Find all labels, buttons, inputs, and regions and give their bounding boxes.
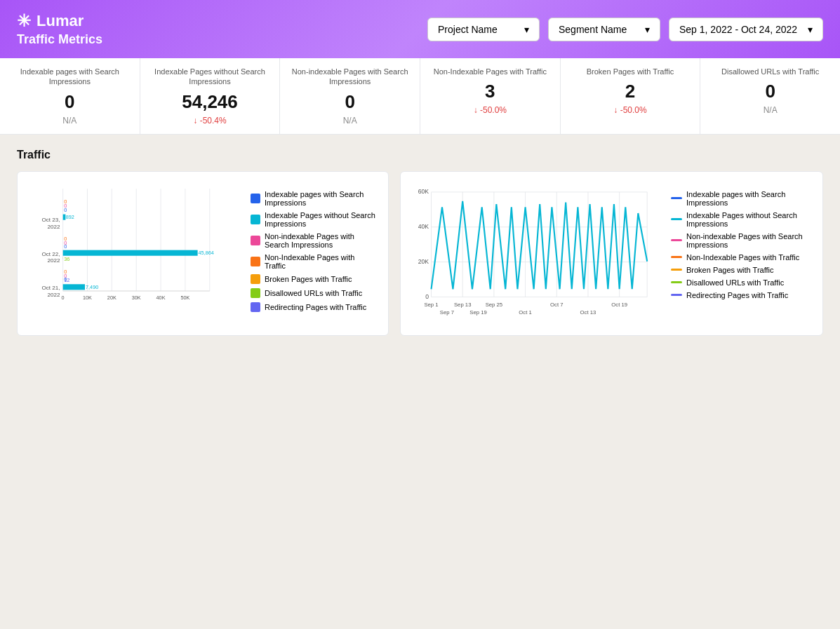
svg-text:2022: 2022 [48, 292, 61, 298]
metric-card-1: Indexable Pages without Search Impressio… [140, 58, 281, 134]
svg-text:10K: 10K [83, 295, 92, 301]
traffic-section: Traffic Oct 23, 2 [0, 135, 840, 351]
header: ✳ Lumar Traffic Metrics Project Name ▾ S… [0, 0, 840, 58]
line-legend-color-indexable-no-search [671, 218, 682, 220]
line-legend-indexable-no-search: Indexable Pages without Search Impressio… [671, 211, 811, 228]
legend-item-disallowed-traffic: Disallowed URLs with Traffic [251, 288, 377, 298]
metric-card-3: Non-Indexable Pages with Traffic 3 ↓ -50… [420, 58, 561, 134]
metric-label-3: Non-Indexable Pages with Traffic [432, 67, 549, 76]
legend-item-redirecting-traffic: Redirecting Pages with Traffic [251, 302, 377, 312]
legend-item-indexable-no-search: Indexable Pages without Search Impressio… [251, 211, 377, 228]
segment-dropdown[interactable]: Segment Name ▾ [548, 18, 660, 41]
metric-value-4: 2 [572, 81, 689, 102]
line-legend-color-indexable-search [671, 197, 682, 199]
svg-text:Oct 23,: Oct 23, [41, 217, 60, 223]
svg-text:20K: 20K [418, 258, 429, 265]
svg-text:50K: 50K [180, 295, 189, 301]
metric-label-1: Indexable Pages without Search Impressio… [152, 67, 269, 87]
svg-text:0: 0 [62, 295, 65, 301]
metric-label-2: Non-indexable Pages with Search Impressi… [291, 67, 408, 87]
metric-change-2: N/A [291, 116, 408, 126]
svg-text:2022: 2022 [48, 257, 61, 264]
metric-label-4: Broken Pages with Traffic [572, 67, 689, 76]
line-legend-redirecting-traffic: Redirecting Pages with Traffic [671, 291, 811, 299]
svg-text:0: 0 [64, 198, 67, 205]
legend-color-indexable-no-search [251, 215, 260, 224]
svg-text:45,864: 45,864 [199, 250, 214, 256]
svg-text:Oct 1: Oct 1 [519, 309, 531, 316]
line-legend-color-broken-traffic [671, 269, 682, 271]
svg-text:7,490: 7,490 [86, 283, 98, 290]
legend-color-nonindexable-traffic [251, 257, 260, 266]
svg-rect-26 [63, 284, 85, 290]
metric-card-0: Indexable pages with Search Impressions … [0, 58, 140, 134]
svg-text:Sep 1: Sep 1 [424, 302, 438, 308]
line-chart-legend: Indexable pages with Search Impressions … [671, 183, 811, 325]
metric-value-5: 0 [712, 81, 829, 102]
svg-rect-20 [63, 214, 66, 219]
svg-text:0: 0 [64, 268, 67, 274]
svg-text:Oct 22,: Oct 22, [41, 250, 60, 257]
metric-change-3: ↓ -50.0% [432, 105, 549, 115]
line-legend-color-nonindexable-search [671, 239, 682, 241]
line-legend-nonindexable-traffic: Non-Indexable Pages with Traffic [671, 253, 811, 262]
svg-text:Sep 25: Sep 25 [486, 302, 502, 308]
svg-text:Sep 19: Sep 19 [469, 309, 486, 316]
metric-card-5: Disallowed URLs with Traffic 0 N/A [700, 58, 840, 134]
svg-text:Sep 13: Sep 13 [454, 302, 471, 308]
metric-value-3: 3 [432, 81, 549, 102]
charts-row: Oct 23, 2022 Oct 22, 2022 Oct 21, 2022 0… [17, 171, 823, 337]
line-chart-container: 60K 40K 20K 0 [400, 171, 823, 337]
metric-change-1: ↓ -50.4% [152, 116, 269, 126]
logo-text: Lumar [36, 12, 84, 30]
chevron-down-icon: ▾ [808, 24, 813, 35]
line-legend-disallowed-traffic: Disallowed URLs with Traffic [671, 278, 811, 287]
metrics-row: Indexable pages with Search Impressions … [0, 58, 840, 135]
svg-text:40K: 40K [418, 223, 429, 230]
svg-text:0: 0 [64, 235, 67, 241]
svg-text:40K: 40K [156, 295, 166, 301]
logo-star-icon: ✳ [17, 11, 31, 31]
svg-text:Oct 13: Oct 13 [580, 309, 596, 316]
svg-text:60K: 60K [418, 188, 429, 195]
legend-color-disallowed-traffic [251, 288, 260, 298]
bar-chart-svg: Oct 23, 2022 Oct 22, 2022 Oct 21, 2022 0… [29, 183, 245, 313]
legend-item-nonindexable-traffic: Non-Indexable Pages with Traffic [251, 253, 377, 270]
metric-change-0: N/A [11, 116, 128, 126]
chevron-down-icon: ▾ [524, 24, 529, 35]
svg-text:Oct 19: Oct 19 [611, 302, 627, 308]
logo: ✳ Lumar [17, 11, 102, 31]
metric-value-0: 0 [11, 91, 128, 113]
legend-color-nonindexable-search [251, 236, 260, 245]
line-legend-indexable-search: Indexable pages with Search Impressions [671, 190, 811, 207]
legend-item-broken-traffic: Broken Pages with Traffic [251, 274, 377, 284]
metric-value-1: 54,246 [152, 91, 269, 113]
metric-card-4: Broken Pages with Traffic 2 ↓ -50.0% [561, 58, 701, 134]
metric-label-0: Indexable pages with Search Impressions [11, 67, 128, 87]
project-dropdown[interactable]: Project Name ▾ [427, 18, 540, 41]
line-legend-color-nonindexable-traffic [671, 256, 682, 258]
page-title: Traffic Metrics [17, 32, 102, 47]
line-legend-color-redirecting-traffic [671, 294, 682, 296]
metric-change-4: ↓ -50.0% [572, 105, 689, 115]
legend-color-broken-traffic [251, 274, 260, 284]
svg-text:30K: 30K [132, 295, 141, 301]
svg-text:2022: 2022 [48, 223, 61, 229]
svg-text:0: 0 [425, 293, 429, 300]
line-legend-nonindexable-search: Non-indexable Pages with Search Impressi… [671, 232, 811, 249]
metric-label-5: Disallowed URLs with Traffic [712, 67, 829, 76]
svg-rect-22 [63, 250, 198, 255]
logo-area: ✳ Lumar Traffic Metrics [17, 11, 102, 47]
legend-color-redirecting-traffic [251, 302, 260, 312]
svg-text:Oct 7: Oct 7 [550, 302, 563, 308]
legend-color-indexable-search [251, 194, 260, 203]
line-chart-svg: 60K 40K 20K 0 [412, 183, 665, 322]
line-legend-broken-traffic: Broken Pages with Traffic [671, 266, 811, 274]
bar-chart-container: Oct 23, 2022 Oct 22, 2022 Oct 21, 2022 0… [17, 171, 389, 337]
metric-card-2: Non-indexable Pages with Search Impressi… [280, 58, 420, 134]
svg-text:892: 892 [66, 214, 74, 220]
metric-change-5: N/A [712, 105, 829, 115]
svg-text:Sep 7: Sep 7 [440, 309, 454, 316]
date-range-dropdown[interactable]: Sep 1, 2022 - Oct 24, 2022 ▾ [669, 18, 823, 41]
header-controls: Project Name ▾ Segment Name ▾ Sep 1, 202… [427, 18, 823, 41]
